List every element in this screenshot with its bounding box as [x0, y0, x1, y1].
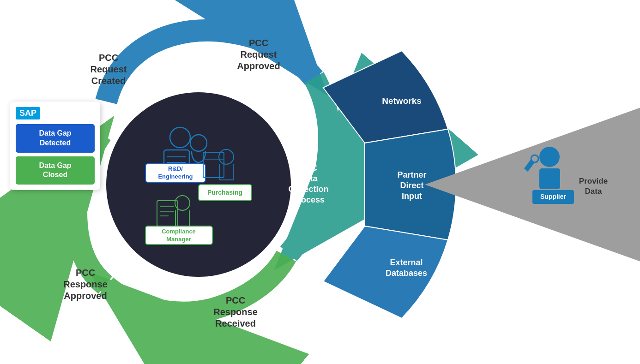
svg-text:Created: Created — [91, 76, 126, 86]
svg-text:Manager: Manager — [166, 236, 191, 243]
svg-text:Process: Process — [292, 195, 325, 204]
pcc-response-received-label: PCC — [226, 295, 245, 305]
svg-text:Approved: Approved — [237, 61, 280, 71]
svg-text:Databases: Databases — [386, 269, 427, 278]
pcc-response-approved-label: PCC — [76, 268, 95, 278]
compliance-manager-label: Compliance — [162, 228, 196, 235]
pcc-request-created-label: PCC — [99, 53, 118, 63]
gap-detected-badge: Data GapDetected — [16, 124, 95, 153]
svg-text:Approved: Approved — [64, 291, 107, 301]
networks-label: Networks — [382, 96, 422, 106]
svg-point-4 — [106, 92, 291, 277]
supplier-tools-icon — [524, 155, 538, 172]
svg-text:Data: Data — [585, 187, 602, 196]
pcc-data-label: PCC — [300, 163, 317, 173]
purchasing-label: Purchasing — [207, 189, 242, 196]
sap-card: SAP Data GapDetected Data GapClosed — [10, 101, 100, 190]
external-db-label: External — [390, 258, 423, 267]
svg-point-38 — [539, 147, 560, 167]
svg-text:Input: Input — [402, 191, 422, 201]
svg-text:Request: Request — [91, 64, 127, 74]
pcc-request-approved-label: PCC — [249, 38, 268, 48]
svg-rect-39 — [539, 168, 560, 189]
rd-engineering-label: R&D/ — [168, 165, 183, 172]
svg-text:Response: Response — [63, 279, 108, 289]
gap-closed-badge: Data GapClosed — [16, 156, 95, 185]
sap-logo: SAP — [16, 107, 40, 119]
svg-text:Data: Data — [299, 174, 318, 183]
svg-text:Response: Response — [213, 307, 258, 317]
supplier-label: Supplier — [540, 193, 567, 200]
svg-text:Request: Request — [241, 49, 277, 60]
svg-point-37 — [531, 155, 538, 162]
partner-direct-label: Partner — [397, 170, 426, 179]
svg-text:Engineering: Engineering — [158, 173, 193, 180]
main-container: SAP Data GapDetected Data GapClosed — [0, 0, 640, 364]
svg-text:Collection: Collection — [288, 185, 328, 194]
svg-text:Received: Received — [215, 318, 256, 328]
svg-text:Direct: Direct — [400, 181, 423, 190]
provide-data-label: Provide — [579, 177, 608, 185]
